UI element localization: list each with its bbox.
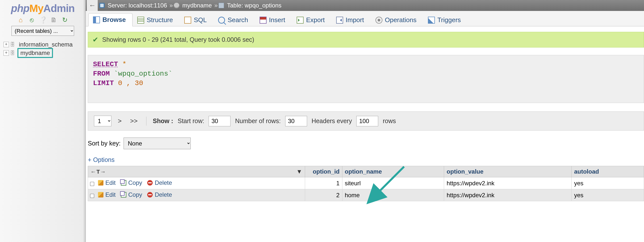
row-marker-icon: ←T→ bbox=[90, 169, 106, 175]
action-label: Delete bbox=[155, 191, 172, 198]
edit-icon bbox=[98, 180, 104, 186]
sidebar-toolbar: ⌂ ⎋ ❔ 🗎 ↻ bbox=[0, 15, 86, 26]
sql-limit-start: 0 bbox=[118, 79, 122, 87]
page-select[interactable]: 1 bbox=[94, 116, 112, 126]
table-row: Edit Copy Delete 1 siteurl https://wpdev… bbox=[88, 177, 644, 189]
logo-part-admin: Admin bbox=[43, 2, 74, 14]
breadcrumb-table[interactable]: Table: wpqo_options bbox=[227, 2, 282, 9]
tab-structure[interactable]: Structure bbox=[132, 14, 180, 26]
tab-label: SQL bbox=[194, 16, 207, 24]
breadcrumb-server[interactable]: Server: localhost:1106 bbox=[108, 2, 167, 9]
database-icon: 🗄 bbox=[10, 50, 16, 56]
tab-label: Insert bbox=[269, 16, 285, 24]
sql-limit-count: 30 bbox=[135, 79, 143, 87]
tab-search[interactable]: Search bbox=[213, 14, 254, 26]
breadcrumb-sep: » bbox=[170, 2, 173, 9]
breadcrumb-db[interactable]: mydbname bbox=[182, 2, 212, 9]
expand-icon[interactable]: + bbox=[4, 50, 9, 56]
delete-icon bbox=[147, 180, 153, 186]
show-label: Show : bbox=[153, 118, 173, 124]
delete-row-button[interactable]: Delete bbox=[147, 179, 172, 186]
action-label: Edit bbox=[106, 191, 116, 198]
database-icon: 🗄 bbox=[10, 42, 16, 47]
tab-triggers[interactable]: Triggers bbox=[423, 14, 468, 26]
results-table: ←T→ ▼ option_id option_name option_value… bbox=[88, 166, 644, 201]
home-icon[interactable]: ⌂ bbox=[17, 16, 24, 24]
row-checkbox[interactable] bbox=[90, 194, 94, 198]
database-icon bbox=[174, 3, 179, 8]
col-option-name[interactable]: option_name bbox=[342, 166, 444, 177]
action-label: Copy bbox=[128, 179, 142, 186]
tab-label: Export bbox=[306, 16, 325, 24]
row-actions-cell: Edit Copy Delete bbox=[88, 189, 305, 201]
db-tree: + 🗄 information_schema + 🗄 mydbname bbox=[0, 40, 86, 57]
cell-option-id[interactable]: 1 bbox=[305, 177, 342, 189]
options-link[interactable]: + Options bbox=[88, 156, 644, 164]
num-rows-input[interactable] bbox=[285, 116, 307, 126]
reload-icon[interactable]: ↻ bbox=[62, 16, 68, 24]
db-name-label[interactable]: information_schema bbox=[18, 41, 74, 48]
check-icon: ✔ bbox=[92, 36, 98, 44]
tab-export[interactable]: Export bbox=[292, 14, 332, 26]
copy-icon bbox=[121, 192, 126, 198]
sort-row: Sort by key: None bbox=[88, 138, 644, 149]
db-tree-item[interactable]: + 🗄 mydbname bbox=[4, 49, 86, 57]
copy-row-button[interactable]: Copy bbox=[121, 179, 142, 186]
col-actions[interactable]: ←T→ ▼ bbox=[88, 166, 305, 177]
row-checkbox[interactable] bbox=[90, 182, 94, 186]
col-option-value[interactable]: option_value bbox=[444, 166, 572, 177]
db-tree-item[interactable]: + 🗄 information_schema bbox=[4, 40, 86, 49]
row-actions-cell: Edit Copy Delete bbox=[88, 177, 305, 189]
sql-star: * bbox=[122, 60, 126, 68]
tab-import[interactable]: Import bbox=[332, 14, 371, 26]
cell-option-name[interactable]: siteurl bbox=[342, 177, 444, 189]
sort-key-select[interactable]: None bbox=[124, 138, 191, 149]
docs-icon[interactable]: 🗎 bbox=[50, 16, 57, 24]
headers-every-label: Headers every bbox=[312, 118, 352, 124]
cell-option-value[interactable]: https://wpdev2.ink bbox=[444, 177, 572, 189]
triggers-icon bbox=[428, 17, 435, 24]
action-label: Edit bbox=[106, 179, 116, 186]
last-page-button[interactable]: >> bbox=[128, 116, 140, 126]
recent-tables-select[interactable]: (Recent tables) ... bbox=[12, 26, 74, 36]
sql-icon bbox=[184, 17, 191, 24]
tab-insert[interactable]: Insert bbox=[255, 14, 292, 26]
logo: phpMyAdmin bbox=[0, 2, 86, 15]
sql-query-box: SELECT * FROM `wpqo_options` LIMIT 0 , 3… bbox=[88, 55, 644, 103]
num-rows-label: Number of rows: bbox=[235, 118, 280, 124]
tab-sql[interactable]: SQL bbox=[180, 14, 213, 26]
col-option-id[interactable]: option_id bbox=[305, 166, 342, 177]
insert-icon bbox=[260, 17, 266, 24]
col-autoload[interactable]: autoload bbox=[572, 166, 644, 177]
cell-autoload[interactable]: yes bbox=[572, 189, 644, 201]
db-name-label[interactable]: mydbname bbox=[18, 48, 53, 58]
cell-autoload[interactable]: yes bbox=[572, 177, 644, 189]
browse-icon bbox=[93, 16, 100, 24]
tab-operations[interactable]: Operations bbox=[371, 14, 423, 26]
headers-every-input[interactable] bbox=[356, 116, 378, 126]
sql-kw-select: SELECT bbox=[93, 60, 118, 68]
tab-label: Structure bbox=[147, 16, 173, 24]
cell-option-name[interactable]: home bbox=[342, 189, 444, 201]
cell-option-value[interactable]: https://wpdev2.ink bbox=[444, 189, 572, 201]
help-icon[interactable]: ❔ bbox=[39, 16, 46, 24]
tab-browse[interactable]: Browse bbox=[88, 13, 132, 26]
sql-comma: , bbox=[126, 79, 130, 87]
tab-strip: Browse Structure SQL Search Insert Expor… bbox=[86, 11, 644, 26]
next-page-button[interactable]: > bbox=[116, 116, 124, 126]
edit-row-button[interactable]: Edit bbox=[98, 191, 116, 198]
delete-row-button[interactable]: Delete bbox=[147, 191, 172, 198]
start-row-input[interactable] bbox=[208, 116, 230, 126]
tab-label: Triggers bbox=[437, 16, 461, 24]
edit-row-button[interactable]: Edit bbox=[98, 179, 116, 186]
back-button[interactable]: ← bbox=[87, 0, 98, 11]
logout-icon[interactable]: ⎋ bbox=[28, 16, 35, 24]
logo-part-my: My bbox=[29, 2, 43, 14]
cell-option-id[interactable]: 2 bbox=[305, 189, 342, 201]
action-label: Copy bbox=[128, 191, 142, 198]
chevron-down-icon[interactable]: ▼ bbox=[296, 168, 302, 175]
rows-label: rows bbox=[383, 118, 396, 124]
content: ✔ Showing rows 0 - 29 (241 total, Query … bbox=[86, 32, 644, 201]
expand-icon[interactable]: + bbox=[4, 42, 9, 47]
copy-row-button[interactable]: Copy bbox=[121, 191, 142, 198]
